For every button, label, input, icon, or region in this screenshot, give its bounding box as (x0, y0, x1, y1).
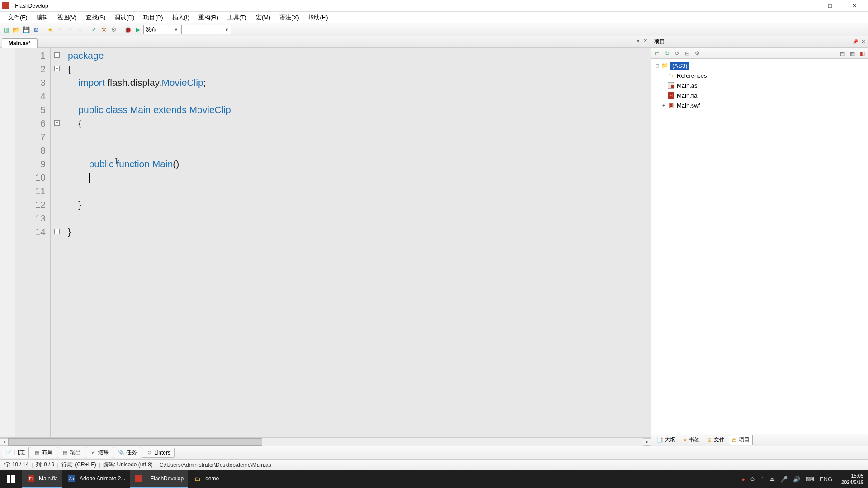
code-area[interactable]: package{ import flash.display.MovieClip;… (66, 48, 651, 437)
panel-menu-icon[interactable]: ◧ (858, 49, 866, 57)
menu-item[interactable]: 插入(I) (168, 12, 194, 23)
code-line[interactable]: import flash.display.MovieClip; (68, 76, 651, 89)
star-clear-icon[interactable]: ☆ (75, 25, 85, 34)
star-prev-icon[interactable]: ☆ (56, 25, 65, 34)
panel-bottom-tab[interactable]: 📑大纲 (653, 435, 679, 445)
build-icon[interactable]: ⚒ (99, 25, 108, 34)
fold-gutter[interactable]: −−−− (51, 48, 66, 437)
output-tab[interactable]: ✔结果 (86, 447, 113, 458)
file-tab[interactable]: Main.as* (2, 38, 38, 48)
star-next-icon[interactable]: ☆ (66, 25, 75, 34)
minimize-button[interactable]: — (797, 1, 814, 10)
target-combo[interactable]: ▼ (181, 25, 231, 34)
scroll-track[interactable] (8, 438, 643, 446)
menu-item[interactable]: 查找(S) (81, 12, 110, 23)
refresh-icon[interactable]: ↻ (663, 49, 671, 57)
taskbar-clock[interactable]: 15:05 2024/5/19 (838, 473, 863, 485)
tray-chevron-up-icon[interactable]: ˄ (761, 476, 764, 483)
save-all-icon[interactable]: 🗎 (32, 25, 41, 34)
menu-item[interactable]: 工具(T) (223, 12, 251, 23)
code-line[interactable] (68, 144, 651, 157)
output-tab[interactable]: 📄日志 (2, 447, 29, 458)
view-list-icon[interactable]: ▤ (838, 49, 846, 57)
tray-volume-icon[interactable]: 🔊 (793, 476, 800, 483)
collapse-icon[interactable]: ⊟ (683, 49, 691, 57)
view-grid-icon[interactable]: ▦ (848, 49, 856, 57)
fold-toggle-icon[interactable]: − (54, 52, 60, 58)
code-editor[interactable]: 1234567891011121314 −−−− package{ import… (0, 48, 651, 437)
code-line[interactable] (68, 184, 651, 198)
fold-toggle-icon[interactable]: − (54, 120, 60, 126)
scroll-thumb[interactable] (8, 438, 262, 446)
panel-bottom-tab[interactable]: ★书签 (679, 435, 703, 445)
editor-hscrollbar[interactable]: ◂ ▸ (0, 437, 651, 446)
project-tree[interactable]: ⊟ 📁 (AS3) 🗀ReferencesMain.asFlMain.fla+▣… (651, 59, 868, 434)
tree-expand-icon[interactable]: + (660, 103, 667, 108)
show-all-icon[interactable]: 🗀 (653, 49, 661, 57)
scroll-left-icon[interactable]: ◂ (0, 438, 8, 446)
run-icon[interactable]: ▶ (133, 25, 142, 34)
debug-icon[interactable]: 🐞 (123, 25, 132, 34)
code-line[interactable]: } (68, 225, 651, 239)
tree-node[interactable]: +▣Main.swf (652, 100, 867, 110)
menu-item[interactable]: 视图(V) (53, 12, 81, 23)
code-line[interactable] (68, 171, 651, 184)
start-button[interactable] (0, 470, 22, 488)
tree-node[interactable]: Main.as (652, 80, 867, 90)
check-syntax-icon[interactable]: ✔ (90, 25, 99, 34)
tray-notification-icon[interactable]: ● (741, 476, 745, 483)
menu-item[interactable]: 调试(D) (110, 12, 139, 23)
scroll-right-icon[interactable]: ▸ (643, 438, 651, 446)
menu-item[interactable]: 帮助(H) (303, 12, 332, 23)
tab-list-icon[interactable]: ▾ (636, 38, 641, 44)
taskbar-item[interactable]: - FlashDevelop (130, 470, 188, 488)
fold-toggle-icon[interactable]: − (54, 229, 60, 234)
close-button[interactable]: ✕ (846, 1, 863, 10)
menu-item[interactable]: 编辑 (32, 12, 53, 23)
output-tab[interactable]: ⊚Linters (142, 448, 175, 458)
menu-item[interactable]: 宏(M) (251, 12, 275, 23)
new-file-icon[interactable]: ▥ (2, 25, 11, 34)
star-icon[interactable]: ★ (46, 25, 55, 34)
menu-item[interactable]: 语法(X) (275, 12, 303, 23)
output-tab[interactable]: ▦布局 (30, 447, 57, 458)
panel-bottom-tab[interactable]: 🗎文件 (704, 435, 728, 445)
maximize-button[interactable]: □ (822, 1, 838, 10)
code-line[interactable]: { (68, 117, 651, 130)
gear-icon[interactable]: ⚙ (109, 25, 118, 34)
panel-pin-icon[interactable]: 📌 (852, 39, 859, 45)
sync-icon[interactable]: ⟳ (673, 49, 681, 57)
code-line[interactable]: public class Main extends MovieClip (68, 103, 651, 117)
menu-item[interactable]: 项目(P) (139, 12, 167, 23)
tree-collapse-icon[interactable]: ⊟ (654, 63, 660, 68)
tray-sync-icon[interactable]: ⟳ (750, 476, 755, 483)
code-line[interactable]: public function Main() (68, 157, 651, 171)
tab-close-icon[interactable]: ✕ (642, 38, 648, 44)
code-line[interactable] (68, 89, 651, 103)
build-config-combo[interactable]: 发布 ▼ (143, 25, 180, 34)
taskbar-item[interactable]: AnAdobe Animate 2... (62, 470, 130, 488)
save-icon[interactable]: 💾 (22, 25, 31, 34)
taskbar-item[interactable]: 🗀demo (188, 470, 223, 488)
tray-ime-icon[interactable]: ⌨ (806, 476, 814, 483)
menu-item[interactable]: 文件(F) (4, 12, 32, 23)
fold-toggle-icon[interactable]: − (54, 66, 60, 71)
taskbar-item[interactable]: FlMain.fla (22, 470, 62, 488)
panel-close-icon[interactable]: ✕ (861, 39, 865, 45)
code-line[interactable] (68, 211, 651, 225)
tree-root[interactable]: ⊟ 📁 (AS3) (652, 61, 867, 70)
menu-item[interactable]: 重构(R) (194, 12, 223, 23)
tray-language[interactable]: ENG (820, 476, 832, 483)
panel-bottom-tab[interactable]: 🗀项目 (729, 435, 753, 445)
output-tab[interactable]: ▤输出 (58, 447, 85, 458)
tray-usb-icon[interactable]: ⏏ (769, 476, 775, 483)
tree-node[interactable]: 🗀References (652, 70, 867, 80)
properties-icon[interactable]: ⚙ (693, 49, 701, 57)
code-line[interactable] (68, 130, 651, 144)
code-line[interactable]: package (68, 49, 651, 62)
output-tab[interactable]: 📎任务 (114, 447, 141, 458)
tray-mic-icon[interactable]: 🎤 (780, 476, 788, 483)
open-file-icon[interactable]: 📂 (12, 25, 21, 34)
code-line[interactable]: } (68, 198, 651, 211)
tree-node[interactable]: FlMain.fla (652, 90, 867, 100)
